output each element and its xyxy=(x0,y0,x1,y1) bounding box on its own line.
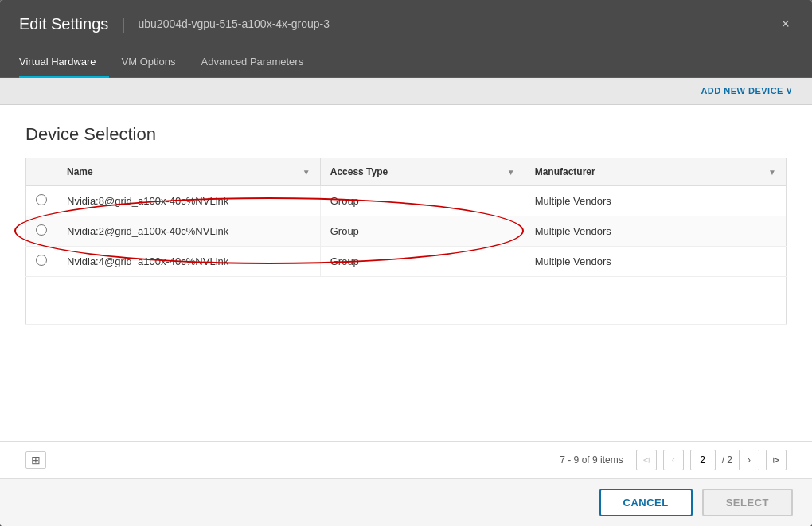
current-page-input[interactable] xyxy=(690,450,716,470)
col-header-select xyxy=(26,158,57,186)
row-2-access-type: Group xyxy=(320,216,525,247)
modal-title-area: Edit Settings | ubu2004d-vgpu-515-a100x-… xyxy=(19,15,330,33)
table-empty-row xyxy=(26,277,787,325)
modal-header: Edit Settings | ubu2004d-vgpu-515-a100x-… xyxy=(0,0,812,48)
col-header-access-type: Access Type ▼ xyxy=(320,158,525,186)
total-pages: / 2 xyxy=(722,454,732,466)
col-header-manufacturer: Manufacturer ▼ xyxy=(525,158,786,186)
row-3-radio[interactable] xyxy=(36,255,47,266)
prev-page-button[interactable]: ‹ xyxy=(663,450,684,470)
row-1-manufacturer: Multiple Vendors xyxy=(525,186,786,216)
close-button[interactable]: × xyxy=(778,14,793,34)
first-page-button[interactable]: ⊲ xyxy=(636,450,657,470)
name-filter-icon[interactable]: ▼ xyxy=(303,168,310,177)
row-2-radio[interactable] xyxy=(36,224,47,236)
row-3-manufacturer: Multiple Vendors xyxy=(525,247,786,277)
row-3-name: Nvidia:4@grid_a100x-40c%NVLink xyxy=(57,247,321,277)
tab-virtual-hardware[interactable]: Virtual Hardware xyxy=(19,48,109,78)
select-button[interactable]: SELECT xyxy=(702,489,793,516)
row-2-select-cell xyxy=(26,216,57,247)
row-3-access-type: Group xyxy=(320,247,525,277)
modal-subtitle: ubu2004d-vgpu-515-a100x-4x-group-3 xyxy=(139,18,330,30)
pagination-controls: 7 - 9 of 9 items ⊲ ‹ / 2 › ⊳ xyxy=(560,450,787,470)
table-row: Nvidia:2@grid_a100x-40c%NVLink Group Mul… xyxy=(26,216,787,247)
expand-columns-icon[interactable]: ⊞ xyxy=(25,451,46,469)
next-page-button[interactable]: › xyxy=(739,450,759,470)
row-1-access-type: Group xyxy=(320,186,525,216)
manufacturer-filter-icon[interactable]: ▼ xyxy=(768,168,776,177)
row-1-select-cell xyxy=(26,186,57,216)
tabs-bar: Virtual Hardware VM Options Advanced Par… xyxy=(0,48,812,78)
tab-advanced-parameters[interactable]: Advanced Parameters xyxy=(189,48,317,78)
modal-title-separator: | xyxy=(121,15,125,33)
pagination-info: 7 - 9 of 9 items xyxy=(560,454,623,466)
row-2-manufacturer: Multiple Vendors xyxy=(525,216,786,247)
device-table: Name ▼ Access Type ▼ Man xyxy=(25,158,787,325)
last-page-button[interactable]: ⊳ xyxy=(766,450,787,470)
section-title: Device Selection xyxy=(0,105,812,158)
content-area: Device Selection Name ▼ xyxy=(0,105,812,478)
toolbar: ADD NEW DEVICE ∨ xyxy=(0,78,812,105)
modal-footer: CANCEL SELECT xyxy=(0,478,812,526)
add-new-device-button[interactable]: ADD NEW DEVICE ∨ xyxy=(701,86,793,96)
table-header-row: Name ▼ Access Type ▼ Man xyxy=(26,158,787,186)
table-row: Nvidia:8@grid_a100x-40c%NVLink Group Mul… xyxy=(26,186,787,216)
table-row: Nvidia:4@grid_a100x-40c%NVLink Group Mul… xyxy=(26,247,787,277)
access-filter-icon[interactable]: ▼ xyxy=(507,168,515,177)
row-1-name: Nvidia:8@grid_a100x-40c%NVLink xyxy=(57,186,321,216)
modal-title: Edit Settings xyxy=(19,15,108,33)
row-3-select-cell xyxy=(26,247,57,277)
pagination-bar: ⊞ 7 - 9 of 9 items ⊲ ‹ / 2 › ⊳ xyxy=(0,441,812,478)
table-container: Name ▼ Access Type ▼ Man xyxy=(0,158,812,441)
edit-settings-modal: Edit Settings | ubu2004d-vgpu-515-a100x-… xyxy=(0,0,812,526)
col-header-name: Name ▼ xyxy=(57,158,321,186)
tab-vm-options[interactable]: VM Options xyxy=(109,48,189,78)
row-1-radio[interactable] xyxy=(36,194,47,205)
row-2-name: Nvidia:2@grid_a100x-40c%NVLink xyxy=(57,216,321,247)
cancel-button[interactable]: CANCEL xyxy=(599,489,693,516)
